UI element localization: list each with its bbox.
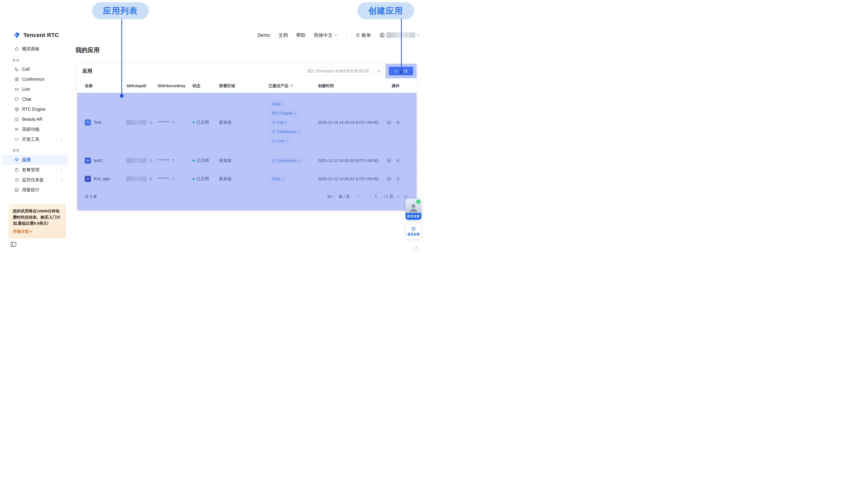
nav-language-select[interactable]: 简体中文 — [314, 32, 338, 38]
sidebar-item-dev-tools[interactable]: 开发工具 — [2, 134, 67, 144]
nav-demo[interactable]: Demo — [258, 32, 270, 38]
sidebar-section-management: 管理 — [0, 148, 69, 153]
secretkey-cell: ****** — [158, 176, 193, 181]
upgrade-plan-link[interactable]: 升级计划 > — [13, 228, 32, 235]
product-tag-label: Live — [277, 139, 284, 143]
usage-monitor-icon[interactable] — [387, 176, 391, 181]
product-tag-chat[interactable]: Chat › — [269, 175, 287, 182]
app-search-box — [304, 67, 384, 75]
page-number-input[interactable] — [370, 193, 381, 200]
chat-icon — [14, 97, 19, 102]
activated-products-cell: Chat › — [269, 172, 318, 186]
top-navigation: Demo 文档 帮助 简体中文 | 账单 — [258, 32, 420, 38]
page: 应用列表 创建应用 Tencent RTC Demo 文档 帮助 简体中文 | … — [0, 0, 431, 252]
layers-icon — [14, 158, 19, 162]
page-size-value: 20 — [327, 194, 331, 199]
filter-icon[interactable] — [290, 84, 293, 88]
cube-icon — [14, 107, 19, 112]
page-size-unit: 条 / 页 — [339, 194, 350, 199]
status-cell: 已启用 — [193, 120, 219, 125]
chevron-right-icon: › — [298, 129, 300, 134]
product-tag-label: Call — [277, 120, 284, 125]
region-cell: 新加坡 — [219, 158, 269, 163]
sidebar-item-applications[interactable]: 应用 — [2, 155, 67, 165]
clock-icon — [272, 130, 275, 134]
chevron-right-icon — [60, 168, 63, 171]
first-page-button[interactable] — [356, 194, 361, 199]
next-page-button[interactable] — [396, 194, 401, 199]
usage-monitor-icon[interactable] — [387, 120, 391, 125]
nav-billing[interactable]: 账单 — [355, 32, 371, 38]
product-tag-chat[interactable]: Chat › — [269, 100, 287, 107]
brand-name: Tencent RTC — [23, 32, 59, 38]
page-size-select[interactable]: 20 — [327, 194, 336, 199]
product-tag-conference[interactable]: Conference › — [269, 157, 303, 164]
code-icon — [14, 137, 19, 142]
support-widget[interactable]: 技术支持 — [406, 199, 421, 220]
nav-help-label: 帮助 — [296, 32, 305, 38]
sidebar-item-advanced[interactable]: 高级功能 — [2, 124, 67, 134]
table-row: Te Test ****** 已启用 新加坡 — [77, 93, 417, 152]
chevron-right-icon — [60, 138, 63, 141]
activated-products-cell: Conference › — [269, 154, 318, 168]
copy-icon[interactable] — [149, 159, 153, 163]
chevron-right-icon: › — [285, 120, 287, 125]
brand[interactable]: Tencent RTC — [12, 31, 59, 39]
col-region: 部署区域 — [219, 83, 269, 89]
created-time-cell: 2025-11-14 14:49:18 (UTC+08:00) — [318, 120, 387, 125]
sidebar-item-label: 监控仪表盘 — [22, 177, 44, 183]
annotation-dot-create-app — [400, 70, 403, 74]
sidebar-item-live[interactable]: Live — [2, 84, 67, 94]
product-tag-call[interactable]: Call › — [269, 119, 290, 126]
expand-button[interactable]: › — [413, 244, 420, 251]
enter-console-icon[interactable] — [395, 176, 400, 181]
sidebar-item-monitoring[interactable]: 监控仪表盘 — [2, 175, 67, 185]
sidebar-item-usage-stats[interactable]: 用量统计 — [2, 185, 67, 195]
card-title: 应用 — [82, 68, 92, 74]
sidebar-item-rtc-engine[interactable]: RTC Engine — [2, 104, 67, 114]
usage-monitor-icon[interactable] — [387, 158, 391, 163]
sidebar-item-conference[interactable]: Conference — [2, 74, 67, 84]
secretkey-cell: ****** — [158, 120, 193, 125]
app-name[interactable]: test1 — [94, 158, 103, 163]
annotation-create-app: 创建应用 — [357, 2, 414, 19]
sidebar-item-beauty-ar[interactable]: Beauty AR — [2, 114, 67, 124]
account-menu[interactable] — [379, 32, 420, 38]
sdkappid-masked — [127, 120, 146, 125]
copy-icon[interactable] — [149, 121, 153, 124]
table-footer: 共 3 条 20 条 / 页 / 1 页 — [77, 188, 417, 205]
info-icon[interactable] — [171, 177, 175, 181]
product-tag-rtc-engine[interactable]: RTC Engine › — [269, 110, 299, 117]
col-created-time: 创建时间 — [318, 83, 387, 89]
product-tag-conference[interactable]: Conference › — [269, 128, 303, 135]
sidebar-item-chat[interactable]: Chat — [2, 94, 67, 104]
info-icon[interactable] — [171, 159, 175, 162]
info-icon[interactable] — [171, 121, 175, 124]
feedback-widget[interactable]: 意见反馈 — [406, 224, 421, 239]
chevron-right-icon: › — [282, 102, 283, 106]
sidebar-item-packages[interactable]: 套餐管理 — [2, 165, 67, 175]
support-agent-photo — [406, 199, 421, 213]
prev-page-button[interactable] — [364, 194, 368, 199]
conference-icon — [14, 77, 19, 82]
enter-console-icon[interactable] — [395, 158, 400, 163]
chevron-down-icon — [417, 34, 420, 37]
search-icon[interactable] — [377, 69, 381, 73]
sidebar-item-call[interactable]: Call — [2, 64, 67, 74]
search-input[interactable] — [304, 69, 377, 73]
nav-docs[interactable]: 文档 — [278, 32, 288, 38]
support-label: 技术支持 — [406, 213, 421, 220]
sidebar-collapse-button[interactable] — [10, 241, 17, 248]
app-name[interactable]: Test — [94, 120, 101, 125]
status-label: 已启用 — [196, 120, 209, 125]
product-tag-label: RTC Engine — [272, 111, 292, 116]
app-name-cell: te test1 — [85, 158, 127, 164]
nav-help[interactable]: 帮助 — [296, 32, 305, 38]
app-avatar: fi — [85, 176, 91, 182]
last-page-button[interactable] — [403, 194, 408, 199]
product-tag-live[interactable]: Live › — [269, 137, 291, 145]
enter-console-icon[interactable] — [395, 120, 400, 125]
copy-icon[interactable] — [149, 177, 153, 181]
app-name[interactable]: first_app — [94, 176, 110, 181]
annotation-app-list: 应用列表 — [92, 2, 149, 19]
